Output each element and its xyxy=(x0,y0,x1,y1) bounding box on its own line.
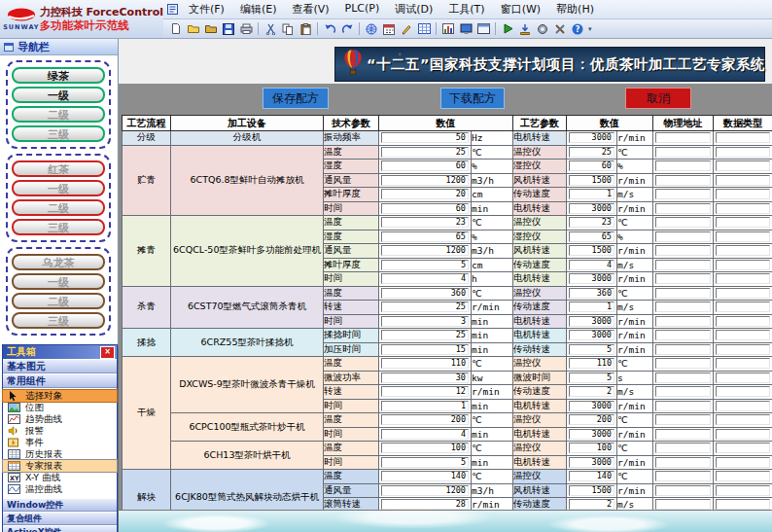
value-input[interactable]: 60 xyxy=(381,203,469,214)
action-button-下载配方[interactable]: 下载配方 xyxy=(440,88,505,109)
value-input[interactable]: 110 xyxy=(569,358,614,369)
data-type-input[interactable] xyxy=(716,260,770,270)
value-input[interactable]: 4 xyxy=(381,273,469,284)
data-type-input[interactable] xyxy=(716,231,770,242)
data-type-input[interactable] xyxy=(716,344,770,355)
value-input[interactable]: 30 xyxy=(381,372,469,383)
value-input[interactable]: 3000 xyxy=(569,429,614,440)
value-input[interactable]: 5 xyxy=(569,344,614,355)
data-type-input[interactable] xyxy=(716,147,770,158)
save-icon[interactable] xyxy=(220,21,237,37)
value-input[interactable]: 1500 xyxy=(569,485,614,496)
monitor-icon[interactable] xyxy=(457,21,474,37)
value-input[interactable]: 110 xyxy=(381,358,469,369)
toolbox-tab-复合组件[interactable]: 复合组件 xyxy=(3,512,117,525)
menu-item[interactable]: 工具(T) xyxy=(440,0,492,18)
value-input[interactable]: 3000 xyxy=(569,330,614,340)
value-input[interactable]: 140 xyxy=(569,471,614,481)
folder-icon[interactable] xyxy=(202,21,220,37)
download-icon[interactable] xyxy=(516,21,534,37)
value-input[interactable]: 1 xyxy=(381,401,469,411)
chart-icon[interactable] xyxy=(439,21,457,37)
help-icon[interactable]: ? xyxy=(569,21,586,37)
phys-addr-input[interactable] xyxy=(655,414,711,425)
settings-icon[interactable] xyxy=(534,21,551,37)
phys-addr-input[interactable] xyxy=(655,175,711,186)
phys-addr-input[interactable] xyxy=(655,231,711,242)
phys-addr-input[interactable] xyxy=(655,160,711,171)
phys-addr-input[interactable] xyxy=(655,471,711,481)
toolbox-item-事件[interactable]: 事件 xyxy=(3,437,117,448)
phys-addr-input[interactable] xyxy=(655,358,711,369)
data-type-input[interactable] xyxy=(716,443,770,453)
toolbar-overflow-icon[interactable]: ▾ xyxy=(588,25,592,33)
data-type-input[interactable] xyxy=(716,132,770,143)
data-type-input[interactable] xyxy=(716,245,770,256)
pen-icon[interactable] xyxy=(398,21,415,37)
phys-addr-input[interactable] xyxy=(655,316,711,327)
copy-icon[interactable] xyxy=(279,21,297,37)
data-type-input[interactable] xyxy=(716,160,770,171)
close-icon[interactable]: × xyxy=(100,346,115,359)
value-input[interactable]: 100 xyxy=(381,443,469,453)
grid-icon[interactable] xyxy=(415,21,433,37)
value-input[interactable]: 3000 xyxy=(569,132,614,143)
phys-addr-input[interactable] xyxy=(655,443,711,453)
data-type-input[interactable] xyxy=(716,301,770,312)
value-input[interactable]: 4 xyxy=(569,260,614,270)
menu-item[interactable]: PLC(P) xyxy=(337,0,388,18)
phys-addr-input[interactable] xyxy=(655,499,711,510)
nav-button-一级[interactable]: 一级 xyxy=(12,87,105,103)
value-input[interactable]: 5 xyxy=(569,372,614,383)
phys-addr-input[interactable] xyxy=(655,132,711,143)
value-input[interactable]: 1200 xyxy=(381,175,469,186)
action-button-保存配方[interactable]: 保存配方 xyxy=(263,88,329,109)
value-input[interactable]: 4 xyxy=(381,429,469,440)
value-input[interactable]: 200 xyxy=(569,414,614,425)
nav-button-一级[interactable]: 一级 xyxy=(12,180,105,196)
phys-addr-input[interactable] xyxy=(655,485,711,496)
value-input[interactable]: 1200 xyxy=(381,485,469,496)
phys-addr-input[interactable] xyxy=(655,457,711,468)
value-input[interactable]: 65 xyxy=(569,231,614,242)
value-input[interactable]: 1 xyxy=(569,301,614,312)
data-type-input[interactable] xyxy=(716,414,770,425)
print-icon[interactable] xyxy=(237,21,255,37)
new-document-icon[interactable] xyxy=(167,21,185,37)
nav-button-二级[interactable]: 二级 xyxy=(12,199,105,216)
toolbox-section-常用组件[interactable]: 常用组件 xyxy=(3,373,117,388)
data-type-input[interactable] xyxy=(716,372,770,383)
toolbox-item-位图[interactable]: 位图 xyxy=(3,402,117,413)
phys-addr-input[interactable] xyxy=(655,401,711,411)
toolbox-item-历史报表[interactable]: 历史报表 xyxy=(3,448,117,460)
value-input[interactable]: 1500 xyxy=(569,175,614,186)
value-input[interactable]: 100 xyxy=(569,443,614,453)
phys-addr-input[interactable] xyxy=(655,147,711,158)
toolbox-item-报警[interactable]: 报警 xyxy=(3,425,117,437)
redo-icon[interactable] xyxy=(338,21,356,37)
window-icon[interactable] xyxy=(474,21,492,37)
value-input[interactable]: 360 xyxy=(381,288,469,299)
value-input[interactable]: 140 xyxy=(381,471,469,481)
value-input[interactable]: 2 xyxy=(569,386,614,397)
value-input[interactable]: 3 xyxy=(381,316,469,327)
value-input[interactable]: 3000 xyxy=(569,273,614,284)
data-type-input[interactable] xyxy=(716,273,770,284)
value-input[interactable]: 50 xyxy=(381,132,469,143)
phys-addr-input[interactable] xyxy=(655,301,711,312)
nav-button-乌龙茶[interactable]: 乌龙茶 xyxy=(12,254,105,270)
calendar-icon[interactable] xyxy=(380,21,398,37)
phys-addr-input[interactable] xyxy=(655,203,711,214)
data-type-input[interactable] xyxy=(716,471,770,481)
value-input[interactable]: 1500 xyxy=(569,245,614,256)
phys-addr-input[interactable] xyxy=(655,273,711,284)
data-type-input[interactable] xyxy=(716,203,770,214)
nav-button-绿茶[interactable]: 绿茶 xyxy=(12,67,105,84)
nav-button-二级[interactable]: 二级 xyxy=(12,293,105,309)
run-icon[interactable] xyxy=(499,21,516,37)
nav-button-三级[interactable]: 三级 xyxy=(12,219,105,235)
data-type-input[interactable] xyxy=(716,499,770,510)
menu-item[interactable]: 编辑(E) xyxy=(232,0,285,18)
phys-addr-input[interactable] xyxy=(655,386,711,397)
undo-icon[interactable] xyxy=(321,21,338,37)
